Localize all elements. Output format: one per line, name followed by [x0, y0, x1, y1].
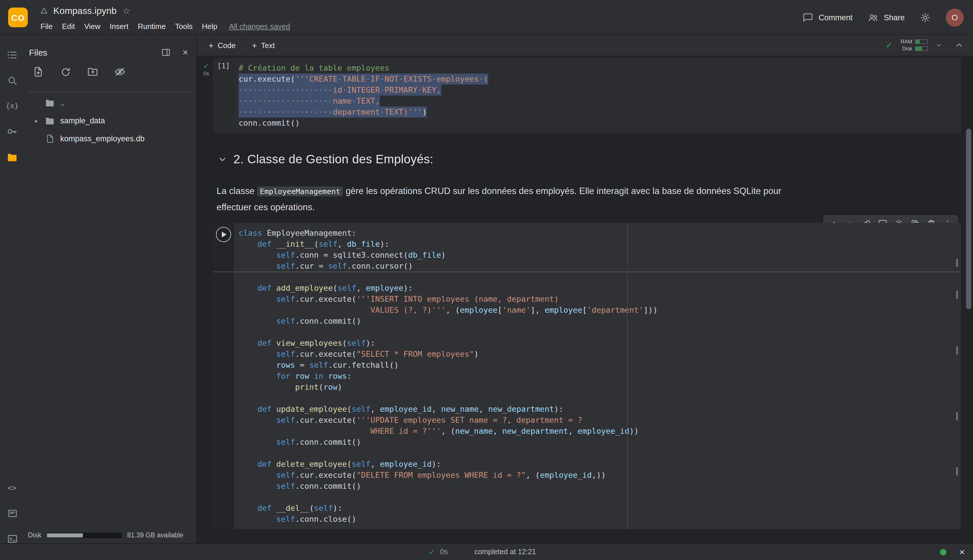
- overview-ruler-mark: [956, 412, 958, 420]
- code-line[interactable]: WHERE id = ?''', (new_name, new_departme…: [238, 426, 956, 437]
- menu-help[interactable]: Help: [197, 21, 222, 31]
- code-line[interactable]: cur.execute('''CREATE·TABLE·IF·NOT·EXIST…: [238, 73, 956, 85]
- code-snippets-icon[interactable]: <>: [0, 480, 24, 496]
- code-line[interactable]: VALUES (?, ?)''', (employee['name'], emp…: [238, 305, 956, 316]
- code-line[interactable]: def view_employees(self):: [238, 338, 956, 348]
- code-editor[interactable]: class EmployeeManagement: def __init__(s…: [234, 223, 961, 529]
- code-line[interactable]: def update_employee(self, employee_id, n…: [238, 403, 956, 415]
- close-panel-icon[interactable]: ×: [180, 47, 190, 57]
- plus-icon: +: [208, 40, 214, 50]
- settings-gear-icon[interactable]: [920, 12, 931, 23]
- share-button[interactable]: Share: [868, 12, 905, 23]
- code-line[interactable]: [238, 272, 956, 283]
- vertical-scrollbar[interactable]: [966, 128, 971, 309]
- code-line[interactable]: self.cur.execute("DELETE FROM employees …: [238, 470, 956, 481]
- files-panel-header: Files ×: [24, 44, 197, 60]
- code-line[interactable]: self.conn.commit(): [238, 481, 956, 492]
- add-text-button[interactable]: + Text: [252, 40, 275, 50]
- search-icon[interactable]: [0, 72, 24, 88]
- code-line[interactable]: rows = self.cur.fetchall(): [238, 360, 956, 371]
- code-line[interactable]: ····················department·TEXT)'''): [238, 107, 956, 118]
- section-heading: 2. Classe de Gestion des Employés:: [233, 152, 433, 166]
- hidden-files-eye-icon[interactable]: [114, 66, 126, 78]
- cell-success-check-icon: ✓: [203, 63, 209, 70]
- variables-icon[interactable]: {x}: [0, 97, 24, 113]
- file-row-sample-data[interactable]: ▸ sample_data: [24, 112, 197, 130]
- upload-file-icon[interactable]: [32, 66, 44, 78]
- share-label: Share: [884, 13, 905, 22]
- file-row-parent-dir[interactable]: ..: [24, 94, 197, 112]
- code-line[interactable]: [238, 393, 956, 403]
- code-line[interactable]: [238, 448, 956, 459]
- files-panel-title: Files: [29, 47, 47, 57]
- execution-count[interactable]: [1]: [217, 62, 230, 70]
- cell-gutter[interactable]: [1]: [213, 58, 234, 133]
- collapse-section-chevron-icon[interactable]: [217, 153, 228, 165]
- left-rail: {x} <>: [0, 35, 24, 543]
- code-line[interactable]: class EmployeeManagement:: [238, 228, 956, 238]
- file-row-database[interactable]: kompass_employees.db: [24, 130, 197, 148]
- code-line[interactable]: self.cur = self.conn.cursor(): [238, 261, 956, 272]
- code-line[interactable]: def __del__(self):: [238, 503, 956, 514]
- code-line[interactable]: self.cur.execute('''INSERT INTO employee…: [238, 293, 956, 305]
- menu-file[interactable]: File: [36, 21, 57, 31]
- comment-button[interactable]: Comment: [803, 12, 853, 23]
- code-line[interactable]: # Création de la table employees: [238, 63, 956, 73]
- file-name: sample_data: [60, 117, 105, 125]
- command-palette-icon[interactable]: [0, 505, 24, 521]
- code-line[interactable]: ····················name·TEXT,: [238, 95, 956, 107]
- comment-icon: [803, 12, 813, 23]
- files-icon[interactable]: [0, 149, 24, 166]
- menu-runtime[interactable]: Runtime: [133, 21, 171, 31]
- column-ruler: [627, 223, 628, 529]
- code-line[interactable]: for row in rows:: [238, 371, 956, 382]
- colab-logo[interactable]: CO: [8, 8, 28, 27]
- code-line[interactable]: self.conn.commit(): [238, 437, 956, 448]
- section-paragraph: La classe EmployeeManagement gère les op…: [217, 183, 796, 215]
- status-check-icon: ✓: [428, 548, 435, 556]
- resource-monitor[interactable]: RAM Disk: [900, 39, 928, 52]
- code-line[interactable]: [238, 327, 956, 338]
- notebook-scroll-area[interactable]: ✓ 0s [1] # Création de la table employee…: [197, 56, 973, 543]
- chevron-down-icon[interactable]: [935, 41, 943, 49]
- code-line[interactable]: self.conn.commit(): [238, 316, 956, 327]
- code-line[interactable]: def add_employee(self, employee):: [238, 283, 956, 293]
- refresh-icon[interactable]: [60, 66, 71, 78]
- code-line[interactable]: [238, 492, 956, 503]
- code-cell-employee-class[interactable]: class EmployeeManagement: def __init__(s…: [199, 223, 961, 529]
- code-line[interactable]: def __init__(self, db_file):: [238, 238, 956, 250]
- secrets-key-icon[interactable]: [0, 123, 24, 140]
- code-cell-create-table[interactable]: ✓ 0s [1] # Création de la table employee…: [199, 58, 961, 133]
- code-line[interactable]: self.cur.execute('''UPDATE employees SET…: [238, 415, 956, 426]
- table-of-contents-icon[interactable]: [0, 47, 24, 63]
- code-line[interactable]: ····················id·INTEGER·PRIMARY·K…: [238, 85, 956, 95]
- code-line[interactable]: print(row): [238, 382, 956, 393]
- code-line[interactable]: def delete_employee(self, employee_id):: [238, 459, 956, 470]
- collapse-toolbar-chevron-up-icon[interactable]: [953, 39, 965, 51]
- notebook-title[interactable]: Kompass.ipynb: [53, 6, 117, 16]
- inline-code: EmployeeManagement: [257, 187, 343, 196]
- files-toolbar: [32, 66, 126, 78]
- menu-insert[interactable]: Insert: [105, 21, 133, 31]
- user-avatar[interactable]: O: [946, 8, 964, 27]
- execution-status-bar: ✓ 0s completed at 12:21 ×: [0, 543, 973, 560]
- code-line[interactable]: self.conn.close(): [238, 514, 956, 525]
- code-editor[interactable]: # Création de la table employeescur.exec…: [234, 58, 961, 133]
- expand-panel-icon[interactable]: [160, 47, 171, 57]
- star-icon[interactable]: ☆: [123, 6, 130, 16]
- menu-edit[interactable]: Edit: [57, 21, 80, 31]
- file-name: ..: [60, 98, 65, 107]
- plus-icon: +: [252, 40, 257, 50]
- code-line[interactable]: self.conn = sqlite3.connect(db_file): [238, 250, 956, 261]
- menu-tools[interactable]: Tools: [171, 21, 198, 31]
- new-folder-icon[interactable]: [87, 66, 98, 78]
- chevron-right-icon[interactable]: ▸: [32, 118, 40, 124]
- run-cell-button[interactable]: [216, 227, 231, 242]
- save-status-link[interactable]: All changes saved: [229, 22, 290, 30]
- add-code-button[interactable]: + Code: [208, 40, 236, 50]
- overview-ruler-mark: [956, 291, 958, 299]
- menu-view[interactable]: View: [80, 21, 105, 31]
- code-line[interactable]: self.cur.execute("SELECT * FROM employee…: [238, 348, 956, 360]
- code-line[interactable]: conn.commit(): [238, 118, 956, 128]
- close-status-bar-icon[interactable]: ×: [959, 547, 965, 557]
